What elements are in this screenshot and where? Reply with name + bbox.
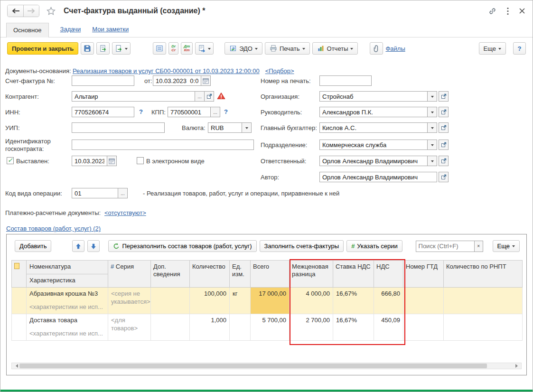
- quantity-cell[interactable]: 100,000: [190, 288, 230, 314]
- unit-cell[interactable]: [230, 314, 251, 341]
- manager-input[interactable]: [319, 107, 428, 117]
- scroll-left-button[interactable]: [12, 363, 19, 369]
- series-cell[interactable]: <серия не указывается>: [108, 288, 151, 314]
- vat-rate-cell[interactable]: 16,67%: [333, 288, 374, 314]
- clear-search-button[interactable]: ×: [474, 241, 483, 252]
- total-cell[interactable]: 17 000,00: [251, 288, 290, 314]
- column-header-gtd[interactable]: Номер ГТД: [403, 260, 444, 288]
- print-button[interactable]: Печать: [265, 42, 310, 55]
- extra-cell[interactable]: [151, 288, 190, 314]
- files-link[interactable]: Файлы: [385, 45, 405, 52]
- column-header-nomenclature[interactable]: Номенклатура Характеристика: [27, 260, 108, 288]
- reports-button[interactable]: Отчеты: [312, 42, 358, 55]
- margin-cell[interactable]: 2 700,00: [290, 314, 333, 341]
- inn-input[interactable]: [72, 107, 134, 117]
- extra-cell[interactable]: [151, 314, 190, 341]
- kebab-menu-icon[interactable]: [507, 7, 509, 15]
- vat-cell[interactable]: 666,80: [374, 288, 403, 314]
- from-date-input[interactable]: [153, 75, 201, 86]
- calendar-button[interactable]: [107, 156, 117, 166]
- post-and-close-button[interactable]: Провести и закрыть: [7, 42, 78, 55]
- row-marker-column-header[interactable]: [11, 260, 27, 288]
- choose-button[interactable]: ...: [118, 188, 128, 198]
- favorite-star-icon[interactable]: [47, 7, 56, 16]
- post-menu-button[interactable]: [112, 42, 131, 55]
- issued-checkbox[interactable]: ✓: [7, 157, 14, 164]
- goods-section-link[interactable]: Состав товаров (работ, услуг) (2): [6, 225, 101, 232]
- show-drcr-button[interactable]: DrCr: [168, 42, 178, 55]
- electronic-checkbox[interactable]: [137, 157, 144, 164]
- nomenclature-cell[interactable]: Абразивная крошка №3 <характеристики не …: [27, 288, 108, 314]
- invoice-no-input[interactable]: [72, 75, 134, 86]
- table-more-button[interactable]: Еще: [493, 240, 520, 252]
- dropdown-button[interactable]: [242, 122, 252, 133]
- print-no-input[interactable]: [319, 75, 372, 86]
- add-row-button[interactable]: Добавить: [15, 240, 51, 252]
- pick-docs-link[interactable]: <Подбор>: [265, 67, 294, 75]
- series-cell[interactable]: <для товаров>: [108, 314, 151, 341]
- base-doc-link[interactable]: Реализация товаров и услуг СБ00-000001 о…: [73, 67, 260, 75]
- tab-notes[interactable]: Мои заметки: [92, 26, 129, 33]
- more-button[interactable]: Еще: [479, 42, 506, 55]
- vat-rate-cell[interactable]: 16,67%: [333, 314, 374, 341]
- back-button[interactable]: [8, 5, 23, 17]
- dropdown-button[interactable]: [427, 156, 437, 166]
- show-dtkt-button[interactable]: ДтКт: [181, 42, 193, 55]
- open-button[interactable]: [204, 91, 214, 102]
- open-button[interactable]: [439, 91, 449, 102]
- rnpt-cell[interactable]: [444, 314, 523, 341]
- row-marker-cell[interactable]: [11, 314, 27, 341]
- kpp-input[interactable]: [168, 107, 211, 117]
- move-down-button[interactable]: [87, 240, 100, 252]
- move-up-button[interactable]: [72, 240, 84, 252]
- pay-docs-link[interactable]: <отсутствуют>: [104, 209, 146, 216]
- column-header-quantity[interactable]: Количество: [190, 260, 230, 288]
- quantity-cell[interactable]: 1,000: [190, 314, 230, 341]
- forward-button[interactable]: [23, 5, 39, 17]
- unit-cell[interactable]: кг: [230, 288, 251, 314]
- gtd-cell[interactable]: [403, 314, 444, 341]
- total-cell[interactable]: 5 700,00: [251, 314, 290, 341]
- row-marker-cell[interactable]: [11, 288, 27, 314]
- search-input[interactable]: [416, 241, 475, 252]
- chief-acc-input[interactable]: [319, 122, 428, 133]
- column-header-extra[interactable]: Доп. сведения: [151, 260, 190, 288]
- column-header-vat[interactable]: НДС: [374, 260, 403, 288]
- tab-main[interactable]: Основное: [6, 23, 49, 37]
- register-records-button[interactable]: [153, 42, 166, 55]
- dropdown-button[interactable]: [427, 140, 437, 150]
- op-code-input[interactable]: [72, 188, 118, 198]
- gtd-cell[interactable]: [403, 288, 444, 314]
- warning-icon[interactable]: [217, 92, 225, 100]
- gov-contract-input[interactable]: [72, 140, 254, 150]
- kpp-hint-icon[interactable]: ?: [224, 108, 228, 115]
- column-header-total[interactable]: Всего: [251, 260, 290, 288]
- column-header-margin[interactable]: Межценовая разница: [290, 260, 333, 288]
- dropdown-button[interactable]: [427, 122, 437, 133]
- post-button[interactable]: [96, 42, 110, 55]
- fill-invoices-button[interactable]: Заполнить счета-фактуры: [260, 240, 344, 252]
- table-row[interactable]: Доставка товара <характеристики не исп..…: [11, 314, 523, 341]
- set-series-button[interactable]: # Указать серии: [346, 240, 402, 252]
- dropdown-button[interactable]: [427, 107, 437, 117]
- dropdown-button[interactable]: [427, 91, 437, 102]
- create-based-on-button[interactable]: [195, 42, 214, 55]
- responsible-input[interactable]: [319, 156, 428, 166]
- save-button[interactable]: [81, 42, 94, 55]
- close-icon[interactable]: [519, 8, 525, 14]
- column-header-vat-rate[interactable]: Ставка НДС: [333, 260, 374, 288]
- margin-cell[interactable]: 4 000,00: [290, 288, 333, 314]
- calendar-button[interactable]: [201, 75, 211, 86]
- scrollbar-thumb[interactable]: [19, 364, 487, 368]
- column-header-unit[interactable]: Ед. изм.: [230, 260, 251, 288]
- department-input[interactable]: [319, 140, 428, 150]
- scrollbar-track[interactable]: [487, 363, 514, 369]
- get-link-icon[interactable]: [488, 7, 496, 15]
- issued-date-input[interactable]: [72, 156, 107, 166]
- tab-tasks[interactable]: Задачи: [60, 26, 81, 33]
- refill-goods-button[interactable]: Перезаполнить состав товаров (работ, усл…: [108, 240, 256, 252]
- open-button[interactable]: [439, 156, 449, 166]
- open-button[interactable]: [439, 107, 449, 117]
- currency-input[interactable]: [208, 122, 242, 133]
- open-button[interactable]: [439, 140, 449, 150]
